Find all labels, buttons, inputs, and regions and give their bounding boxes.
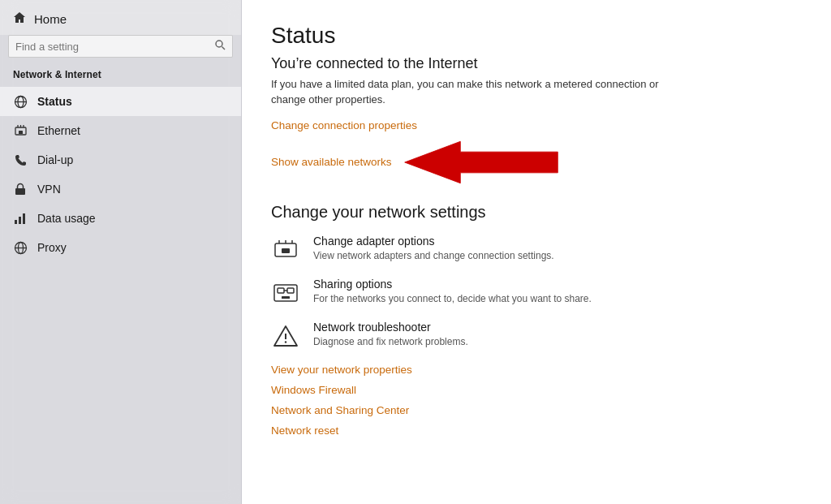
lock-icon — [13, 182, 28, 196]
sidebar-item-datausage-label: Data usage — [37, 212, 96, 225]
search-input[interactable] — [15, 41, 215, 53]
svg-rect-24 — [278, 288, 284, 293]
network-sharing-center-link[interactable]: Network and Sharing Center — [271, 404, 799, 416]
home-icon — [13, 11, 26, 27]
sidebar-item-dialup-label: Dial-up — [37, 153, 73, 166]
adapter-option[interactable]: Change adapter options View network adap… — [271, 235, 799, 265]
sidebar-item-status-label: Status — [37, 95, 72, 108]
sharing-desc: For the networks you connect to, decide … — [313, 292, 592, 306]
sidebar-home-button[interactable]: Home — [0, 0, 241, 35]
troubleshooter-title: Network troubleshooter — [313, 321, 468, 334]
adapter-title: Change adapter options — [313, 235, 554, 248]
svg-rect-9 — [19, 131, 23, 134]
sidebar-section-title: Network & Internet — [0, 64, 241, 87]
phone-icon — [13, 153, 28, 167]
change-connection-link[interactable]: Change connection properties — [271, 119, 799, 131]
sharing-title: Sharing options — [313, 278, 592, 291]
red-arrow-svg — [400, 138, 562, 187]
show-networks-link[interactable]: Show available networks — [271, 156, 392, 168]
svg-rect-12 — [19, 217, 21, 224]
adapter-icon — [271, 235, 300, 265]
main-content: Status You’re connected to the Internet … — [242, 0, 831, 504]
search-icon — [215, 40, 226, 53]
troubleshooter-option[interactable]: Network troubleshooter Diagnose and fix … — [271, 321, 799, 351]
svg-rect-11 — [15, 220, 17, 224]
sidebar-item-proxy-label: Proxy — [37, 241, 67, 254]
sidebar-item-vpn[interactable]: VPN — [0, 174, 241, 204]
page-title: Status — [271, 23, 799, 49]
svg-rect-13 — [23, 213, 25, 224]
svg-rect-22 — [282, 248, 290, 253]
svg-point-30 — [285, 341, 286, 342]
sidebar-item-datausage[interactable]: Data usage — [0, 204, 241, 233]
svg-rect-10 — [15, 188, 25, 195]
sharing-icon — [271, 278, 300, 308]
svg-line-1 — [222, 47, 226, 50]
show-networks-row: Show available networks — [271, 138, 799, 187]
svg-point-0 — [216, 41, 222, 47]
bottom-links: View your network properties Windows Fir… — [271, 364, 799, 443]
sidebar-item-status[interactable]: Status — [0, 87, 241, 116]
network-reset-link[interactable]: Network reset — [271, 424, 799, 437]
chart-icon — [13, 211, 28, 226]
sidebar-item-dialup[interactable]: Dial-up — [0, 145, 241, 174]
arrow-annotation — [400, 138, 562, 187]
globe-icon — [13, 94, 28, 109]
sidebar-item-vpn-label: VPN — [37, 183, 61, 196]
home-label: Home — [34, 12, 67, 26]
windows-firewall-link[interactable]: Windows Firewall — [271, 384, 799, 396]
proxy-icon — [13, 240, 28, 255]
ethernet-icon — [13, 123, 28, 138]
svg-rect-25 — [287, 288, 294, 293]
adapter-desc: View network adapters and change connect… — [313, 249, 554, 263]
sidebar-item-ethernet-label: Ethernet — [37, 124, 80, 137]
sidebar-item-proxy[interactable]: Proxy — [0, 233, 241, 262]
svg-rect-27 — [282, 296, 290, 299]
warning-icon — [271, 321, 300, 351]
sharing-option[interactable]: Sharing options For the networks you con… — [271, 278, 799, 308]
svg-marker-17 — [404, 141, 558, 183]
change-settings-heading: Change your network settings — [271, 203, 799, 222]
connected-desc: If you have a limited data plan, you can… — [271, 77, 661, 108]
view-network-properties-link[interactable]: View your network properties — [271, 364, 799, 376]
sidebar-item-ethernet[interactable]: Ethernet — [0, 116, 241, 145]
troubleshooter-desc: Diagnose and fix network problems. — [313, 335, 468, 349]
search-box[interactable] — [8, 35, 233, 58]
sidebar: Home Network & Internet Status — [0, 0, 242, 504]
connected-heading: You’re connected to the Internet — [271, 55, 799, 72]
